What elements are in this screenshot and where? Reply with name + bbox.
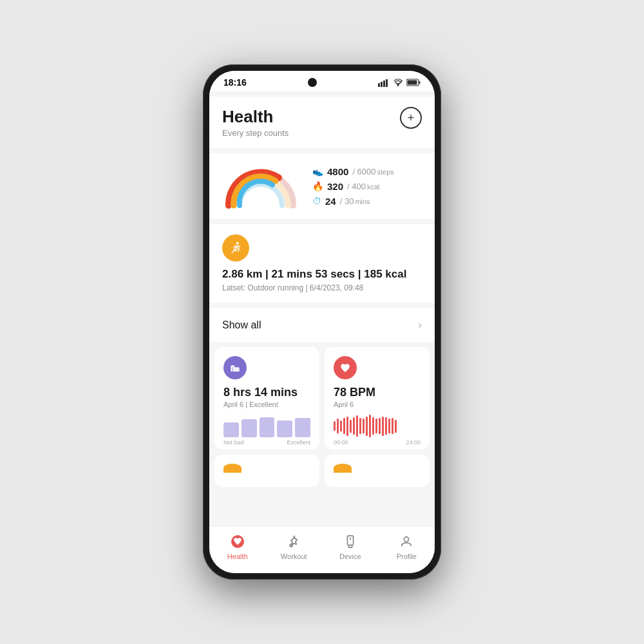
activity-card: 👟 4800 / 6000steps 🔥 320 / 400kcal ⏱ 24 [209, 153, 435, 219]
phone-frame: 18:16 [203, 64, 441, 580]
heart-rate-bar [343, 418, 345, 434]
sleep-label-end: Excellent [287, 439, 310, 446]
peek-card-1 [214, 455, 319, 487]
workout-nav-label: Workout [281, 553, 307, 560]
minutes-stat: ⏱ 24 / 30mins [312, 196, 394, 207]
heart-rate-bar [334, 421, 336, 431]
calories-stat: 🔥 320 / 400kcal [312, 181, 394, 192]
minutes-total: / 30mins [340, 196, 370, 206]
profile-icon [399, 535, 413, 549]
svg-point-4 [397, 84, 399, 86]
sleep-bar-5 [295, 418, 310, 437]
nav-item-device[interactable]: Device [331, 533, 370, 560]
running-icon [229, 241, 243, 255]
peek-icon-1 [223, 464, 242, 473]
peek-icon-2 [334, 464, 352, 473]
svg-point-8 [236, 242, 239, 245]
wifi-icon [393, 79, 403, 87]
page-header: Health Every step counts + [209, 97, 435, 148]
svg-rect-7 [419, 81, 421, 84]
heart-rate-bar [359, 418, 361, 434]
sleep-bar-2 [242, 419, 257, 437]
peek-card-2 [325, 455, 430, 487]
heart-rate-bar [363, 419, 365, 433]
phone-screen: 18:16 [209, 71, 435, 573]
main-content: Health Every step counts + [209, 91, 435, 526]
heart-rate-bar [337, 419, 339, 433]
page-subtitle: Every step counts [222, 128, 289, 138]
heart-rate-bar [375, 419, 377, 433]
device-nav-label: Device [339, 553, 361, 560]
device-icon [343, 535, 357, 549]
sleep-chart-labels: Not bad Excellent [223, 439, 310, 446]
status-icons [378, 79, 421, 87]
sleep-chart: Not bad Excellent [223, 415, 310, 440]
nav-item-workout[interactable]: Workout [274, 533, 313, 560]
health-icon [230, 534, 245, 549]
minutes-icon: ⏱ [312, 196, 321, 206]
status-bar: 18:16 [209, 71, 435, 91]
sleep-bar-1 [223, 422, 239, 437]
show-all-label: Show all [222, 319, 261, 331]
activity-gauge [222, 164, 299, 209]
profile-nav-label: Profile [397, 553, 417, 560]
sleep-icon-wrap [223, 356, 247, 379]
heart-rate-bar [385, 417, 387, 435]
heart-rate-chart-labels: 00:00 24:00 [334, 439, 421, 446]
minutes-current: 24 [325, 196, 336, 207]
camera-notch [308, 78, 317, 87]
heart-rate-bar [395, 420, 397, 433]
hr-label-end: 24:00 [406, 439, 421, 446]
steps-total: / 6000steps [352, 167, 393, 176]
show-all-button[interactable]: Show all › [209, 308, 435, 342]
heart-icon-wrap [334, 356, 357, 379]
steps-stat: 👟 4800 / 6000steps [312, 166, 394, 177]
add-button[interactable]: + [400, 107, 422, 129]
heart-rate-bar [346, 417, 348, 436]
sleep-icon [229, 362, 241, 374]
heart-rate-bar [366, 417, 368, 436]
sleep-bar-4 [277, 421, 292, 437]
svg-rect-3 [386, 79, 388, 87]
svg-rect-0 [378, 83, 380, 87]
heart-rate-bar [379, 418, 381, 434]
heart-rate-bar [392, 418, 393, 434]
calories-total: / 400kcal [347, 182, 380, 191]
health-cards-grid: 8 hrs 14 mins April 6 | Excellent Not ba… [209, 347, 435, 450]
steps-current: 4800 [327, 166, 348, 177]
health-nav-icon [229, 533, 246, 550]
running-detail: Latset: Outdoor running | 6/4/2023, 09:4… [222, 283, 422, 292]
svg-point-17 [404, 537, 409, 542]
device-nav-icon [342, 533, 359, 550]
status-time: 18:16 [223, 77, 247, 88]
running-stats: 2.86 km | 21 mins 53 secs | 185 kcal [222, 268, 422, 281]
svg-rect-15 [348, 545, 352, 548]
bottom-peek-cards [209, 455, 435, 492]
sleep-label-start: Not bad [223, 439, 244, 446]
svg-rect-14 [347, 536, 353, 545]
header-text: Health Every step counts [222, 107, 289, 138]
heart-rate-bar [356, 415, 358, 437]
signal-icon [378, 79, 390, 87]
health-nav-label: Health [227, 553, 248, 560]
heart-rate-label: April 6 [334, 401, 421, 408]
steps-icon: 👟 [312, 166, 323, 176]
heart-rate-bar [353, 417, 355, 435]
nav-item-profile[interactable]: Profile [387, 533, 426, 560]
battery-icon [406, 79, 421, 86]
heart-rate-card[interactable]: 78 BPM April 6 00:00 24:00 [325, 347, 430, 450]
sleep-card[interactable]: 8 hrs 14 mins April 6 | Excellent Not ba… [214, 347, 319, 450]
page-title: Health [222, 107, 289, 127]
nav-item-health[interactable]: Health [218, 533, 257, 560]
running-icon-wrap [222, 234, 249, 261]
sleep-bars [223, 415, 310, 437]
heart-rate-bar [388, 419, 390, 433]
calories-icon: 🔥 [312, 181, 323, 191]
heart-rate-bars [334, 415, 421, 437]
heart-rate-bar [369, 415, 371, 437]
heart-rate-value: 78 BPM [334, 386, 421, 399]
running-card: 2.86 km | 21 mins 53 secs | 185 kcal Lat… [209, 224, 435, 303]
calories-current: 320 [327, 181, 343, 192]
svg-rect-2 [383, 80, 385, 87]
svg-rect-1 [381, 82, 383, 87]
